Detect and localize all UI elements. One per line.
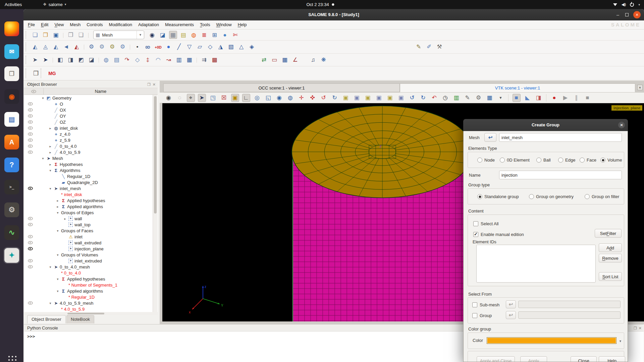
- graduated-axes-icon[interactable]: ▦: [486, 94, 494, 102]
- clock[interactable]: Oct 2 23:34: [306, 0, 334, 9]
- visibility-eye-icon[interactable]: [28, 138, 33, 142]
- tree-item-0-to-4-0-mesh[interactable]: ▾0_to_4.0_mesh: [24, 264, 158, 270]
- polyhedron-icon[interactable]: ◈: [248, 43, 256, 51]
- dome-icon[interactable]: ◠: [154, 56, 162, 64]
- settings-dock-icon[interactable]: ⚙: [3, 201, 20, 218]
- visibility-eye-icon[interactable]: [28, 259, 33, 262]
- submesh-checkbox[interactable]: Sub-mesh: [472, 302, 499, 307]
- menu-controls[interactable]: Controls: [84, 20, 106, 29]
- group-type-group-on-geometry-radio[interactable]: Group on geometry: [529, 194, 574, 199]
- float-panel-icon[interactable]: ❐: [634, 324, 637, 332]
- visibility-eye-icon[interactable]: [28, 301, 33, 305]
- expand-arrow-icon[interactable]: ▾: [48, 301, 53, 305]
- tree-vertical-scrollbar[interactable]: [153, 95, 157, 312]
- files-dock-icon[interactable]: ❐: [3, 65, 20, 82]
- group-type-group-on-filter-radio[interactable]: Group on filter: [585, 194, 619, 199]
- zooming-style-icon[interactable]: ⌖: [187, 94, 195, 102]
- window-titlebar[interactable]: SALOME 9.8.0 - [Study1] – ✕: [23, 9, 644, 20]
- tree-item-applied-algorithms[interactable]: ▸Applied algorithms: [24, 203, 158, 209]
- visibility-eye-icon[interactable]: [28, 265, 33, 268]
- select-node-icon[interactable]: ◧: [56, 56, 64, 64]
- preferences-icon[interactable]: ≣: [200, 31, 208, 39]
- visibility-eye-icon[interactable]: [28, 150, 33, 154]
- copy-mesh-icon[interactable]: ◭: [73, 43, 81, 51]
- tree-item-regular-1d[interactable]: Regular_1D: [24, 173, 158, 179]
- group-type-standalone-group-radio[interactable]: Standalone group: [477, 194, 519, 199]
- menu-mesh[interactable]: Mesh: [67, 20, 84, 29]
- tree-item-wall-extruded[interactable]: wall_extruded: [24, 240, 158, 246]
- menu-file[interactable]: File: [25, 20, 38, 29]
- notebook-icon[interactable]: ▤: [179, 31, 187, 39]
- submesh-selection-arrow-button[interactable]: ↩: [506, 300, 516, 308]
- expand-arrow-icon[interactable]: ▾: [55, 211, 60, 215]
- copy-icon[interactable]: ❐: [67, 31, 75, 39]
- tree-item-0-to-4-0[interactable]: ▸0_to_4.0: [24, 143, 158, 149]
- reset-view-icon[interactable]: ↶: [430, 94, 438, 102]
- toolbar-grip[interactable]: [25, 43, 28, 52]
- tree-item-inlet[interactable]: inlet: [24, 234, 158, 240]
- toolbar-grip[interactable]: [25, 56, 28, 64]
- triangle-element-icon[interactable]: ▽: [185, 43, 194, 51]
- tree-item-wall-top[interactable]: wall_top: [24, 222, 158, 228]
- toolbar-grip[interactable]: [25, 68, 28, 78]
- sort-list-button[interactable]: Sort List: [599, 272, 622, 281]
- salome-dock-icon[interactable]: ✦: [3, 247, 20, 264]
- expand-arrow-icon[interactable]: ▾: [48, 265, 53, 269]
- scrollbar-handle[interactable]: [154, 96, 157, 214]
- toolbar-grip[interactable]: [25, 31, 28, 39]
- tree-item-4-0-to-5-9-mesh[interactable]: ▾4.0_to_5.9_mesh: [24, 300, 158, 306]
- 0d-element-icon[interactable]: 0D: [144, 43, 152, 51]
- edge-element-icon[interactable]: ╱: [175, 43, 183, 51]
- area-select-icon[interactable]: ▣: [231, 94, 239, 102]
- ball-element-icon[interactable]: ●: [165, 43, 173, 51]
- axes-dropdown-icon[interactable]: ▾: [497, 94, 505, 102]
- close-panel-icon[interactable]: ✕: [153, 81, 156, 88]
- visibility-eye-icon[interactable]: [28, 235, 33, 238]
- tree-item-applied-hypotheses[interactable]: ▾Applied hypotheses: [24, 276, 158, 282]
- close-panel-icon[interactable]: ✕: [639, 324, 642, 332]
- bounding-box-icon[interactable]: ▭: [270, 56, 278, 64]
- fit-area-icon[interactable]: ◱: [264, 94, 272, 102]
- pause-recording-icon[interactable]: ∥: [573, 94, 581, 102]
- scalar-bar-icon[interactable]: ▥: [452, 94, 461, 102]
- save-document-icon[interactable]: ▣: [52, 31, 60, 39]
- name-column-header[interactable]: Name: [44, 88, 158, 95]
- monitor-dock-icon[interactable]: ∿: [3, 224, 20, 241]
- tree-item-applied-hypotheses[interactable]: ▸Applied hypotheses: [24, 197, 158, 203]
- expand-arrow-icon[interactable]: ▾: [40, 96, 46, 100]
- tree-item-inlet-extruded[interactable]: inlet_extruded: [24, 258, 158, 264]
- mesh-selection-arrow-button[interactable]: ↩: [484, 133, 496, 142]
- tree-item-wall[interactable]: ▸wall: [24, 216, 158, 222]
- minimize-button[interactable]: –: [615, 12, 621, 17]
- hexahedron-icon[interactable]: ▧: [227, 43, 235, 51]
- expand-arrow-icon[interactable]: ▸: [48, 163, 53, 166]
- group-field[interactable]: [518, 311, 621, 319]
- quadratic-triangle-icon[interactable]: ✐: [425, 43, 433, 51]
- bottom-view-icon[interactable]: ▣: [375, 94, 383, 102]
- show-apps-dock-icon[interactable]: [3, 351, 20, 362]
- visibility-eye-icon[interactable]: [28, 114, 33, 118]
- select-all-checkbox[interactable]: Select All: [473, 221, 498, 226]
- tree-item-4-0-to-5-9[interactable]: ▸4.0_to_5.9: [24, 149, 158, 155]
- visibility-eye-icon[interactable]: [28, 102, 33, 106]
- edit-mesh-icon[interactable]: ◭: [52, 43, 60, 51]
- rotate-cw-icon[interactable]: ↻: [419, 94, 427, 102]
- table-2-icon[interactable]: ▦: [185, 56, 194, 64]
- toolbar-grip[interactable]: [41, 68, 43, 78]
- expand-arrow-icon[interactable]: ▾: [55, 289, 60, 293]
- find-icon[interactable]: ◉: [148, 31, 156, 39]
- show-trihedron-icon[interactable]: ∟: [242, 94, 250, 102]
- top-view-icon[interactable]: ▣: [364, 94, 372, 102]
- menu-view[interactable]: View: [51, 20, 67, 29]
- tree-item-groups-of-faces[interactable]: ▾Groups of Faces: [24, 228, 158, 234]
- restore-button[interactable]: [625, 13, 629, 16]
- clipping-icon[interactable]: ‡: [144, 56, 152, 64]
- perspective-view-icon[interactable]: ◣: [524, 94, 532, 102]
- expand-arrow-icon[interactable]: ▾: [40, 157, 46, 160]
- notes-icon[interactable]: ♫: [309, 56, 317, 64]
- length-icon[interactable]: ⇉: [200, 56, 208, 64]
- evaluate-icon[interactable]: ⚙: [108, 43, 116, 51]
- tree-item-injection-plane[interactable]: injection_plane: [24, 246, 158, 252]
- menu-help[interactable]: Help: [235, 20, 250, 29]
- free-borders-icon[interactable]: ↝: [165, 56, 173, 64]
